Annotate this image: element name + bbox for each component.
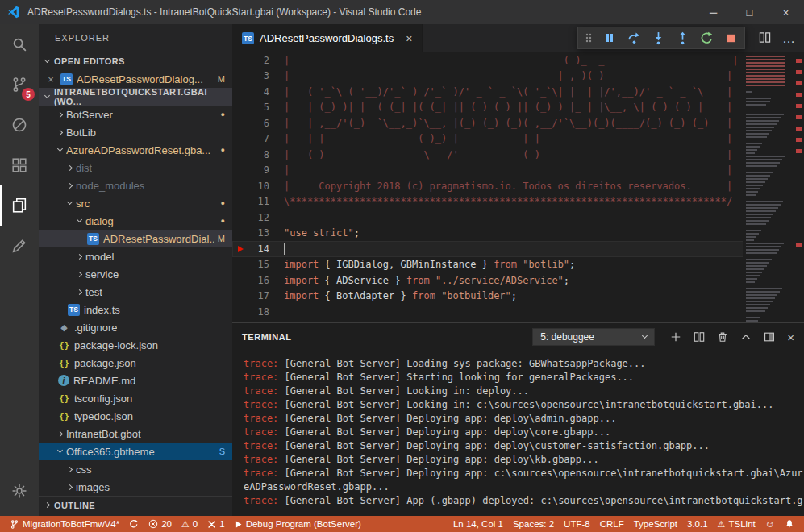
tree-item[interactable]: iREADME.md bbox=[39, 372, 232, 389]
status-label: UTF-8 bbox=[564, 519, 590, 529]
status-label: TypeScript bbox=[634, 519, 677, 529]
tree-item[interactable]: BotLib bbox=[39, 123, 232, 141]
tree-item[interactable]: dialog● bbox=[39, 212, 232, 230]
terminal-line: trace: [General Bot Server] Loading sys … bbox=[244, 357, 804, 371]
trash-icon[interactable] bbox=[717, 331, 728, 343]
status-notifications[interactable] bbox=[780, 516, 799, 532]
minimap[interactable] bbox=[743, 52, 794, 322]
plus-icon[interactable] bbox=[670, 331, 681, 343]
tree-item[interactable]: dist bbox=[39, 159, 232, 177]
code-line-9[interactable]: 9| | bbox=[232, 163, 804, 179]
tree-item[interactable]: {}package-lock.json bbox=[39, 336, 232, 354]
close-button[interactable]: × bbox=[768, 0, 804, 24]
code-line-12[interactable]: 12 bbox=[232, 210, 804, 226]
close-icon[interactable]: × bbox=[787, 331, 794, 343]
code-line-8[interactable]: 8| (_) \___/' (_) | bbox=[232, 147, 804, 163]
code-line-4[interactable]: 4| ( '_`\ ( '__)/'_` ) /'_` )/' _ ` _ `\… bbox=[232, 84, 804, 100]
status-debug-program[interactable]: Debug Program (BotServer) bbox=[230, 516, 366, 532]
tree-item[interactable]: node_modules bbox=[39, 177, 232, 194]
chevron-up-icon[interactable] bbox=[740, 331, 752, 343]
code-line-13[interactable]: 13"use strict"; bbox=[232, 226, 804, 242]
code-line-11[interactable]: 11\*************************************… bbox=[232, 194, 804, 210]
step-over-icon[interactable] bbox=[627, 30, 641, 46]
minimize-button[interactable]: ─ bbox=[695, 0, 731, 24]
tree-item[interactable]: ◆.gitignore bbox=[39, 318, 232, 336]
tree-item[interactable]: Office365.gbthemeS bbox=[39, 443, 232, 460]
activity-search[interactable] bbox=[0, 24, 39, 64]
step-out-icon[interactable] bbox=[675, 30, 689, 46]
split-editor-icon[interactable] bbox=[759, 31, 771, 46]
activity-extensions[interactable] bbox=[0, 145, 39, 185]
terminal-tab[interactable]: TERMINAL bbox=[242, 332, 292, 342]
status-encoding[interactable]: UTF-8 bbox=[559, 516, 595, 532]
activity-debug[interactable] bbox=[0, 105, 39, 145]
code-line-2[interactable]: 2| ( )_ _ | bbox=[232, 52, 804, 69]
line-content: "use strict"; bbox=[269, 226, 360, 242]
split-terminal-icon[interactable] bbox=[694, 331, 705, 343]
stop-icon[interactable] bbox=[723, 30, 738, 46]
section-outline[interactable]: OUTLINE bbox=[39, 496, 232, 513]
tab-adresetpassworddialogs[interactable]: TS ADResetPasswordDialogs.ts × bbox=[232, 24, 423, 52]
status-warnings[interactable]: ⚠0 bbox=[177, 516, 202, 532]
status-feedback[interactable]: ☺ bbox=[760, 516, 780, 532]
tree-item[interactable]: {}tsconfig.json bbox=[39, 389, 232, 407]
tree-item[interactable]: images bbox=[39, 478, 232, 496]
tab-close-icon[interactable]: × bbox=[406, 32, 412, 45]
activity-settings[interactable] bbox=[0, 471, 39, 511]
tree-item[interactable]: test bbox=[39, 283, 232, 301]
maximize-button[interactable]: □ bbox=[731, 0, 768, 24]
tree-item[interactable]: service bbox=[39, 265, 232, 283]
status-language-mode[interactable]: TypeScript bbox=[629, 516, 682, 532]
tree-item[interactable]: {}typedoc.json bbox=[39, 407, 232, 425]
code-line-16[interactable]: 16import { ADService } from "../service/… bbox=[232, 272, 804, 289]
code-line-6[interactable]: 6| | ,__/'(_) `\__,_)`\__, |(_) (_) (_)(… bbox=[232, 115, 804, 131]
status-git-branch[interactable]: MigrationToBotFmwV4* bbox=[5, 516, 124, 532]
restart-icon[interactable] bbox=[699, 30, 714, 46]
tree-item[interactable]: {}package.json bbox=[39, 354, 232, 372]
tree-item[interactable]: AzureADPasswordReset.gba...● bbox=[39, 141, 232, 159]
line-number: 10 bbox=[248, 181, 269, 192]
tree-item[interactable]: css bbox=[39, 460, 232, 478]
pause-icon[interactable] bbox=[602, 30, 617, 46]
status-eol[interactable]: CRLF bbox=[595, 516, 629, 532]
activity-edit[interactable] bbox=[0, 226, 39, 266]
activity-explorer[interactable] bbox=[0, 185, 39, 226]
code-line-18[interactable]: 18 bbox=[232, 304, 804, 320]
terminal-line: trace: [General Bot Server] Deploying ap… bbox=[244, 412, 804, 426]
tree-item[interactable]: TSindex.ts bbox=[39, 301, 232, 318]
tree-item[interactable]: src● bbox=[39, 194, 232, 212]
activity-source-control[interactable]: 5 bbox=[0, 64, 39, 105]
terminal-output[interactable]: trace: [General Bot Server] Loading sys … bbox=[232, 351, 804, 510]
tree-item[interactable]: IntranetBot.gbot bbox=[39, 425, 232, 443]
code-line-10[interactable]: 10| Copyright 2018 (c) pragmatismo.io. T… bbox=[232, 178, 804, 194]
code-line-3[interactable]: 3| _ __ _ __ __ _ __ _ ___ ___ _ __ | ,_… bbox=[232, 69, 804, 85]
status-indentation[interactable]: Spaces: 2 bbox=[508, 516, 559, 532]
section-open-editors[interactable]: OPEN EDITORS bbox=[39, 52, 232, 70]
tree-item[interactable]: BotServer● bbox=[39, 106, 232, 123]
status-sync[interactable] bbox=[124, 516, 144, 532]
modified-dot: ● bbox=[221, 199, 225, 207]
layout-icon[interactable] bbox=[764, 331, 775, 343]
line-number: 8 bbox=[248, 149, 269, 160]
close-icon[interactable]: × bbox=[45, 73, 56, 85]
open-editor-item[interactable]: ×TSADResetPasswordDialog...M bbox=[39, 70, 232, 88]
line-content: | | bbox=[269, 163, 732, 179]
terminal-instance-select[interactable]: 5: debuggee bbox=[532, 328, 655, 346]
tree-item[interactable]: TSADResetPasswordDial...M bbox=[39, 230, 232, 247]
status-cursor-position[interactable]: Ln 14, Col 1 bbox=[448, 516, 508, 532]
tree-item[interactable]: model bbox=[39, 247, 232, 265]
status-tslint[interactable]: ⚠TSLint bbox=[713, 516, 760, 532]
code-line-7[interactable]: 7| | | ( )_) | | | | bbox=[232, 131, 804, 148]
code-line-15[interactable]: 15import { IGBDialog, GBMinInstance } fr… bbox=[232, 257, 804, 273]
status-ts-version[interactable]: 3.0.1 bbox=[682, 516, 713, 532]
explorer-sidebar: EXPLORER OPEN EDITORS ×TSADResetPassword… bbox=[39, 24, 232, 516]
section-workspace[interactable]: INTRANETBOTQUICKSTART.GBAI (WO... bbox=[39, 88, 232, 106]
more-actions-icon[interactable]: … bbox=[782, 31, 796, 46]
status-errors[interactable]: 20 bbox=[144, 516, 177, 532]
code-line-14[interactable]: 14 bbox=[232, 241, 804, 257]
code-line-5[interactable]: 5| | (_) )| | ( (_| |( (_| || ( ) ( ) ||… bbox=[232, 100, 804, 116]
step-into-icon[interactable] bbox=[651, 30, 665, 46]
code-editor[interactable]: 2| ( )_ _ |3| _ __ _ __ __ _ __ _ ___ __… bbox=[232, 52, 804, 322]
status-tasks[interactable]: 1 bbox=[202, 516, 229, 532]
code-line-17[interactable]: 17import { BotAdapter } from "botbuilder… bbox=[232, 289, 804, 305]
